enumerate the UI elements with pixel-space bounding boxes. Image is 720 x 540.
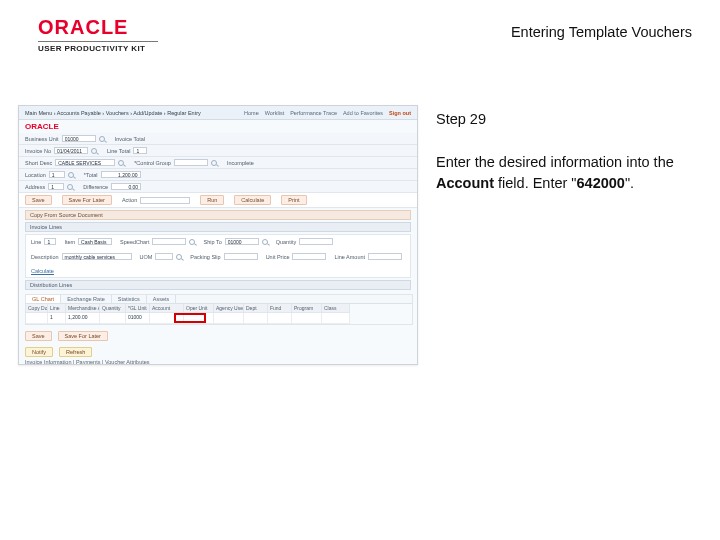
- loc-label: Location: [25, 172, 46, 178]
- dist-lines-bar: Distribution Lines: [25, 280, 411, 290]
- price-label: Unit Price: [266, 254, 290, 260]
- page-title: Entering Template Vouchers: [511, 16, 692, 40]
- app-logo: ORACLE: [19, 120, 417, 133]
- cell-class[interactable]: [322, 313, 350, 324]
- addr-label: Address: [25, 184, 45, 190]
- col-copy: Copy Down: [26, 304, 48, 313]
- nav-signout[interactable]: Sign out: [389, 110, 411, 116]
- qty-label: Quantity: [276, 239, 296, 245]
- cell-oper[interactable]: [184, 313, 214, 324]
- lineamt-input[interactable]: [368, 253, 402, 260]
- notify-button[interactable]: Notify: [25, 347, 53, 357]
- copy-source-bar[interactable]: Copy From Source Document: [25, 210, 411, 220]
- desc-label: Description: [31, 254, 59, 260]
- oracle-logo: ORACLE: [38, 16, 158, 39]
- short-label: Short Desc: [25, 160, 52, 166]
- lineamt-label: Line Amount: [334, 254, 365, 260]
- refresh-button[interactable]: Refresh: [59, 347, 92, 357]
- nav-trace[interactable]: Performance Trace: [290, 110, 337, 116]
- ship-input[interactable]: 01000: [225, 238, 259, 245]
- cell-agency[interactable]: [214, 313, 244, 324]
- col-qty: Quantity: [100, 304, 126, 313]
- bu-label: Business Unit: [25, 136, 59, 142]
- cell-line: 1: [48, 313, 66, 324]
- print-button[interactable]: Print: [281, 195, 306, 205]
- save-button-bottom[interactable]: Save: [25, 331, 52, 341]
- brand-subtitle: USER PRODUCTIVITY KIT: [38, 44, 145, 53]
- col-operunit: Oper Unit: [184, 304, 214, 313]
- lookup-icon[interactable]: [91, 148, 97, 154]
- tab-glchart[interactable]: GL Chart: [26, 295, 61, 303]
- inv-label: Invoice No: [25, 148, 51, 154]
- lookup-icon[interactable]: [67, 184, 73, 190]
- nav-worklist[interactable]: Worklist: [265, 110, 284, 116]
- uom-input[interactable]: [155, 253, 173, 260]
- instruction-text: Enter the desired information into the A…: [436, 152, 702, 194]
- field-name: Account: [436, 175, 494, 191]
- lookup-icon[interactable]: [262, 239, 268, 245]
- lookup-icon[interactable]: [189, 239, 195, 245]
- short-input[interactable]: CABLE SERVICES: [55, 159, 115, 166]
- step-label: Step 29: [436, 109, 702, 130]
- field-value: 642000: [577, 175, 625, 191]
- tab-stats[interactable]: Statistics: [112, 295, 147, 303]
- action-select[interactable]: [140, 197, 190, 204]
- line-input[interactable]: 1: [44, 238, 56, 245]
- action-label: Action: [122, 197, 137, 203]
- tab-exchange[interactable]: Exchange Rate: [61, 295, 112, 303]
- cell-dept[interactable]: [244, 313, 268, 324]
- inv-input[interactable]: 01/04/2011: [54, 147, 88, 154]
- lookup-icon[interactable]: [211, 160, 217, 166]
- breadcrumb: Main Menu › Accounts Payable › Vouchers …: [25, 110, 201, 116]
- col-glunit: *GL Unit: [126, 304, 150, 313]
- save-later-button[interactable]: Save For Later: [62, 195, 112, 205]
- qty-input[interactable]: [299, 238, 333, 245]
- desc-input[interactable]: monthly cable services: [62, 253, 132, 260]
- save-later-button-bottom[interactable]: Save For Later: [58, 331, 108, 341]
- col-account: Account: [150, 304, 184, 313]
- lines-value: 1: [133, 147, 147, 154]
- item-input[interactable]: Cash Basis: [78, 238, 112, 245]
- incomplete-label: Incomplete: [227, 160, 254, 166]
- lookup-icon[interactable]: [99, 136, 105, 142]
- bu-input[interactable]: 01000: [62, 135, 96, 142]
- save-button[interactable]: Save: [25, 195, 52, 205]
- cell-fund[interactable]: [268, 313, 292, 324]
- distribution-table: GL Chart Exchange Rate Statistics Assets…: [25, 294, 413, 325]
- lookup-icon[interactable]: [118, 160, 124, 166]
- price-input[interactable]: [292, 253, 326, 260]
- col-agency: Agency Use1: [214, 304, 244, 313]
- diff-value: 0.00: [111, 183, 141, 190]
- total-value: 1,200.00: [101, 171, 141, 178]
- loc-input[interactable]: 1: [49, 171, 65, 178]
- table-row: 1 1,200.00 01000: [26, 313, 412, 324]
- lookup-icon[interactable]: [68, 172, 74, 178]
- account-field[interactable]: [150, 313, 184, 324]
- cell-glunit[interactable]: 01000: [126, 313, 150, 324]
- item-label: Item: [64, 239, 75, 245]
- nav-home[interactable]: Home: [244, 110, 259, 116]
- footer-links[interactable]: Invoice Information | Payments | Voucher…: [19, 357, 417, 365]
- invamt-label: Invoice Total: [115, 136, 145, 142]
- col-class: Class: [322, 304, 350, 313]
- ship-label: Ship To: [203, 239, 221, 245]
- pack-label: Packing Slip: [190, 254, 220, 260]
- ctrl-label: *Control Group: [134, 160, 171, 166]
- tab-assets[interactable]: Assets: [147, 295, 177, 303]
- uom-label: UOM: [140, 254, 153, 260]
- calc-link[interactable]: Calculate: [31, 268, 54, 274]
- cell-program[interactable]: [292, 313, 322, 324]
- lookup-icon[interactable]: [176, 254, 182, 260]
- addr-input[interactable]: 1: [48, 183, 64, 190]
- nav-fav[interactable]: Add to Favorites: [343, 110, 383, 116]
- run-button[interactable]: Run: [200, 195, 224, 205]
- total-label: *Total: [84, 172, 98, 178]
- col-fund: Fund: [268, 304, 292, 313]
- diff-label: Difference: [83, 184, 108, 190]
- calc-button[interactable]: Calculate: [234, 195, 271, 205]
- speed-input[interactable]: [152, 238, 186, 245]
- lines-label: Line Total: [107, 148, 130, 154]
- speed-label: SpeedChart: [120, 239, 149, 245]
- pack-input[interactable]: [224, 253, 258, 260]
- ctrl-input[interactable]: [174, 159, 208, 166]
